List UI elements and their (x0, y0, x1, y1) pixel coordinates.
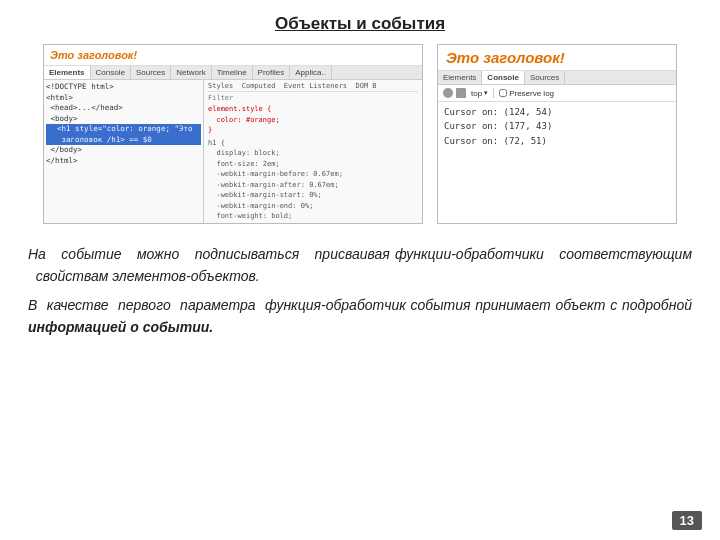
right-tab-sources[interactable]: Sources (525, 71, 565, 84)
console-line-1: Cursor on: (124, 54) (444, 105, 670, 119)
p1-text: На событие можно подписываться присваива… (28, 246, 692, 284)
code-line-6-highlighted: заголовок /h1> == $0 (46, 135, 201, 146)
filter-label: Filter (208, 94, 418, 102)
code-line-7: </body> (46, 145, 201, 156)
console-toolbar: top ▾ Preserve log (438, 85, 676, 102)
right-devtools-panel: Elements Console Sources top ▾ (438, 71, 676, 223)
preserve-log-input[interactable] (499, 89, 507, 97)
paragraph-1: На событие можно подписываться присваива… (28, 244, 692, 287)
screenshots-row: Это заголовок! Elements Console Sources … (0, 44, 720, 224)
top-label: top (471, 89, 482, 98)
clear-console-icon[interactable] (443, 88, 453, 98)
right-screenshot: Это заголовок! Elements Console Sources (437, 44, 677, 224)
code-line-8: </html> (46, 156, 201, 167)
slide-number: 13 (672, 511, 702, 530)
console-line-2: Cursor on: (177, 43) (444, 119, 670, 133)
preserve-log-label: Preserve log (509, 89, 554, 98)
tab-timeline[interactable]: Timeline (212, 66, 253, 79)
separator (493, 88, 494, 98)
code-line-2: <html> (46, 93, 201, 104)
devtools-tabs-left: Elements Console Sources Network Timelin… (44, 66, 422, 80)
console-output: Cursor on: (124, 54) Cursor on: (177, 43… (438, 102, 676, 223)
right-tab-console[interactable]: Console (482, 71, 525, 84)
style-rule-element: element.style { color: #orange;} (208, 104, 418, 136)
devtools-tabs-right: Elements Console Sources (438, 71, 676, 85)
code-line-5-highlighted: <h1 style="color: orange; "Это (46, 124, 201, 135)
p2-text-end: . (209, 319, 213, 335)
tab-application[interactable]: Applica.. (290, 66, 332, 79)
console-line-3: Cursor on: (72, 51) (444, 134, 670, 148)
filter-icon[interactable] (456, 88, 466, 98)
left-screenshot: Это заголовок! Elements Console Sources … (43, 44, 423, 224)
left-devtools-panel: Elements Console Sources Network Timelin… (44, 66, 422, 224)
tab-console[interactable]: Console (91, 66, 131, 79)
styles-panel: Styles Computed Event Listeners DOM B Fi… (204, 80, 422, 224)
context-dropdown[interactable]: top ▾ (471, 89, 488, 98)
paragraph-2: В качестве первого параметра функция-обр… (28, 295, 692, 338)
preserve-log-checkbox[interactable]: Preserve log (499, 89, 554, 98)
tab-elements[interactable]: Elements (44, 66, 91, 79)
toolbar-icons-group (443, 88, 466, 98)
right-tab-elements[interactable]: Elements (438, 71, 482, 84)
page-title: Объекты и события (0, 0, 720, 44)
styles-tabs: Styles Computed Event Listeners DOM B (208, 82, 418, 92)
tab-profiles[interactable]: Profiles (253, 66, 291, 79)
code-line-1: <!DOCTYPE html> (46, 82, 201, 93)
left-heading: Это заголовок! (44, 45, 422, 66)
style-rule-h1: h1 { display: block; font-size: 2em; -we… (208, 138, 418, 225)
code-line-4: <body> (46, 114, 201, 125)
code-panel: <!DOCTYPE html> <html> <head>...</head> … (44, 80, 204, 224)
devtools-body-left: <!DOCTYPE html> <html> <head>...</head> … (44, 80, 422, 224)
tab-sources[interactable]: Sources (131, 66, 171, 79)
code-line-3: <head>...</head> (46, 103, 201, 114)
dropdown-arrow-icon: ▾ (484, 89, 488, 97)
p2-text-bold: информацией о событии (28, 319, 209, 335)
text-content: На событие можно подписываться присваива… (0, 240, 720, 355)
tab-network[interactable]: Network (171, 66, 211, 79)
p2-text-normal: В качестве первого параметра функция-обр… (28, 297, 692, 313)
right-heading: Это заголовок! (438, 45, 676, 71)
